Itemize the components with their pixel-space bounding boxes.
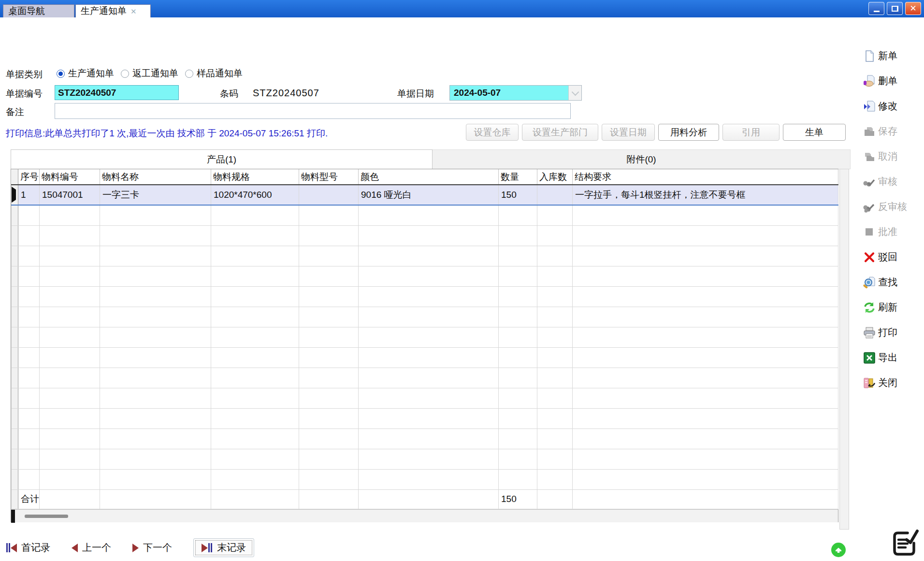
audit-button[interactable]: 审核 — [863, 174, 922, 189]
vertical-scrollbar[interactable] — [839, 169, 849, 530]
button-label: 批准 — [878, 225, 897, 238]
tab-desktop-nav[interactable]: 桌面导航 — [3, 4, 74, 17]
button-label: 关闭 — [878, 376, 897, 389]
unaudit-button[interactable]: 反审核 — [863, 199, 922, 214]
reject-button[interactable]: 驳回 — [863, 250, 922, 265]
doc-date-select[interactable]: 2024-05-07 — [449, 85, 582, 101]
cell-in-stock[interactable] — [537, 185, 573, 205]
save-icon — [863, 125, 876, 138]
button-label: 审核 — [878, 175, 897, 188]
cell-code[interactable]: 15047001 — [40, 185, 100, 205]
button-label: 修改 — [878, 100, 897, 113]
reference-button[interactable]: 引用 — [722, 124, 780, 141]
remark-input[interactable] — [55, 103, 571, 119]
button-label: 刷新 — [878, 301, 897, 314]
table-row-empty — [12, 408, 838, 428]
doc-date-value: 2024-05-07 — [450, 88, 568, 98]
tab-label: 桌面导航 — [8, 5, 45, 17]
record-nav: 首记录 上一个 下一个 末记录 — [6, 538, 254, 557]
radio-rework-notice[interactable]: 返工通知单 — [121, 67, 178, 80]
first-record-button[interactable]: 首记录 — [6, 541, 50, 554]
table-row-empty — [12, 225, 838, 246]
button-label: 新单 — [878, 49, 897, 62]
print-button[interactable]: 打印 — [863, 325, 922, 340]
search-icon — [863, 276, 876, 289]
close-button[interactable]: ✕ — [905, 2, 921, 15]
cell-requirement[interactable]: 一字拉手，每斗1根竖挂杆，注意不要号框 — [573, 185, 838, 205]
approve-icon — [863, 226, 876, 238]
save-button[interactable]: 保存 — [863, 124, 922, 139]
button-label: 保存 — [878, 125, 897, 138]
prev-record-button[interactable]: 上一个 — [72, 541, 111, 554]
new-doc-button[interactable]: 新单 — [863, 48, 922, 63]
cell-spec[interactable]: 1020*470*600 — [211, 185, 299, 205]
approve-button[interactable]: 批准 — [863, 224, 922, 239]
row-indicator — [12, 327, 18, 347]
first-record-icon — [6, 543, 17, 552]
minimize-button[interactable] — [868, 2, 884, 15]
export-button[interactable]: 导出 — [863, 350, 922, 365]
radio-sample-notice[interactable]: 样品通知单 — [185, 67, 243, 80]
horizontal-scrollbar[interactable] — [11, 509, 838, 522]
restore-button[interactable] — [887, 2, 903, 15]
print-info-text: 打印信息:此单总共打印了1 次,最近一次由 技术部 于 2024-05-07 1… — [6, 127, 328, 140]
tab-attachments[interactable]: 附件(0) — [433, 149, 851, 169]
row-indicator — [12, 225, 18, 246]
cell-name[interactable]: 一字三卡 — [100, 185, 211, 205]
edit-doc-button[interactable]: 修改 — [863, 99, 922, 114]
set-date-button[interactable]: 设置日期 — [602, 124, 655, 141]
tab-products[interactable]: 产品(1) — [11, 149, 433, 169]
table-row-empty — [12, 469, 838, 489]
total-row: 合计 150 — [12, 489, 838, 509]
cell-color[interactable]: 9016 哑光白 — [359, 185, 499, 205]
close-form-button[interactable]: 关闭 — [863, 375, 922, 390]
search-button[interactable]: 查找 — [863, 275, 922, 290]
delete-doc-button[interactable]: 删单 — [863, 74, 922, 89]
cell-model[interactable] — [299, 185, 359, 205]
chevron-down-icon[interactable] — [568, 86, 581, 100]
cell-seq[interactable]: 1 — [18, 185, 40, 205]
cell-qty[interactable]: 150 — [499, 185, 537, 205]
row-indicator — [12, 307, 18, 327]
radio-icon — [121, 70, 129, 78]
button-label: 删单 — [878, 74, 897, 88]
col-material-code: 物料编号 — [40, 169, 100, 185]
last-record-button[interactable]: 末记录 — [193, 538, 254, 557]
doc-no-input[interactable] — [55, 85, 179, 100]
prev-record-icon — [72, 544, 78, 552]
horizontal-scrollbar-thumb[interactable] — [25, 515, 68, 518]
table-row-selected[interactable]: 1 15047001 一字三卡 1020*470*600 9016 哑光白 15… — [12, 185, 838, 205]
nav-label: 首记录 — [21, 541, 50, 554]
table-row-empty — [12, 307, 838, 327]
button-label: 查找 — [878, 276, 897, 289]
button-label: 反审核 — [878, 200, 907, 213]
new-doc-icon — [863, 50, 876, 62]
tab-close-icon[interactable]: ✕ — [130, 8, 137, 15]
table-row-empty — [12, 327, 838, 347]
generate-doc-button[interactable]: 生单 — [783, 124, 846, 141]
radio-label: 样品通知单 — [197, 67, 243, 80]
doc-type-radio-group: 生产通知单 返工通知单 样品通知单 — [57, 67, 243, 80]
row-pointer-icon — [12, 187, 16, 203]
col-qty: 数量 — [499, 169, 537, 185]
button-label: 驳回 — [878, 251, 897, 264]
radio-production-notice[interactable]: 生产通知单 — [57, 67, 114, 80]
cancel-button[interactable]: 取消 — [863, 149, 922, 164]
table-row-empty — [12, 347, 838, 368]
app-window: 桌面导航 生产通知单 ✕ ✕ 单据类别 生产通知单 返工通知单 样品通知单 单据… — [0, 0, 924, 561]
close-icon: ✕ — [910, 3, 916, 14]
audit-icon — [863, 176, 876, 188]
set-warehouse-button[interactable]: 设置仓库 — [466, 124, 519, 141]
refresh-button[interactable]: 刷新 — [863, 300, 922, 315]
tab-production-notice[interactable]: 生产通知单 ✕ — [75, 4, 151, 17]
next-record-button[interactable]: 下一个 — [132, 541, 172, 554]
material-analysis-button[interactable]: 用料分析 — [658, 124, 719, 141]
button-label: 导出 — [878, 351, 897, 364]
set-production-dept-button[interactable]: 设置生产部门 — [522, 124, 598, 141]
table-row-empty — [12, 266, 838, 286]
close-form-icon — [863, 377, 876, 389]
row-indicator — [12, 286, 18, 307]
col-in-stock: 入库数 — [537, 169, 573, 185]
total-label: 合计 — [18, 489, 40, 509]
doc-date-label: 单据日期 — [397, 88, 434, 100]
